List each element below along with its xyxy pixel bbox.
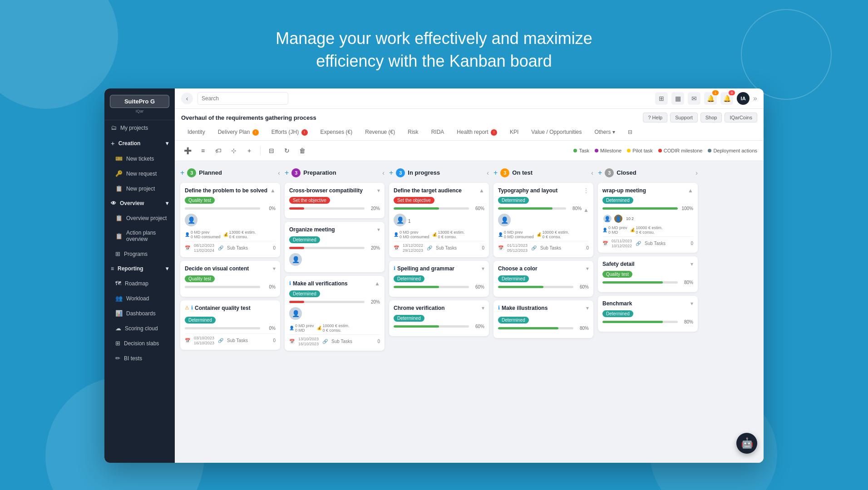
card-visual-chevron[interactable]: ▾ bbox=[273, 265, 276, 272]
sidebar-item-roadmap[interactable]: 🗺 Roadmap bbox=[109, 276, 175, 291]
tab-value[interactable]: Value / Opportunities bbox=[525, 125, 588, 140]
col-planned-nav[interactable]: ‹ bbox=[278, 169, 280, 176]
card-typography-chevron[interactable]: ▲ bbox=[583, 207, 589, 213]
sidebar-item-myprojects[interactable]: 🗂 My projects bbox=[104, 120, 175, 135]
milestone-dot bbox=[595, 149, 598, 152]
sidebar-item-workload[interactable]: 👥 Workload bbox=[109, 291, 175, 306]
search-input[interactable] bbox=[197, 92, 288, 105]
card-target-chevron[interactable]: ▲ bbox=[479, 187, 484, 194]
card-illus-chevron[interactable]: ▾ bbox=[586, 305, 589, 311]
card-wrapup-chevron[interactable]: ▲ bbox=[688, 187, 693, 194]
card-safety-chevron[interactable]: ▾ bbox=[690, 261, 693, 267]
sidebar-label-myprojects: My projects bbox=[120, 125, 148, 131]
scoring-icon: ☁ bbox=[115, 325, 121, 332]
card-benchmark-tag: Determined bbox=[602, 310, 633, 317]
card-chrome-fill bbox=[394, 325, 439, 328]
card-cross-chevron[interactable]: ▾ bbox=[377, 187, 380, 194]
col-prep-add[interactable]: + bbox=[285, 169, 289, 177]
mail-btn[interactable]: ✉ bbox=[688, 92, 700, 105]
delete-btn[interactable]: 🗑 bbox=[296, 144, 309, 157]
col-test-add[interactable]: + bbox=[493, 169, 498, 177]
sidebar-item-newtickets[interactable]: 🎫 New tickets bbox=[109, 151, 175, 166]
card-organize-chevron[interactable]: ▾ bbox=[377, 226, 380, 233]
card-benchmark-pct: 80% bbox=[681, 319, 693, 324]
tab-revenue[interactable]: Revenue (€) bbox=[359, 125, 401, 140]
col-planned-add[interactable]: + bbox=[180, 169, 184, 177]
col-closed-add[interactable]: + bbox=[598, 169, 602, 177]
card-verif-progress-row: 20% bbox=[289, 299, 380, 304]
sidebar-label-roadmap: Roadmap bbox=[125, 280, 148, 287]
card-typography-title: Typography and layout bbox=[498, 187, 557, 195]
tab-efforts[interactable]: Efforts (JH) ! bbox=[265, 125, 314, 140]
sidebar-item-scoring[interactable]: ☁ Scoring cloud bbox=[109, 321, 175, 336]
tab-risk[interactable]: Risk bbox=[401, 125, 424, 140]
sidebar-item-bi[interactable]: ✏ BI tests bbox=[109, 351, 175, 366]
card-typography-progress bbox=[498, 207, 566, 210]
add-row-btn[interactable]: ➕ bbox=[181, 144, 194, 157]
wrapup-md-prev: 0 MD prev bbox=[608, 225, 627, 230]
notification-btn[interactable]: 🔔 1 bbox=[704, 92, 717, 105]
sidebar-item-programs[interactable]: ⊞ Programs bbox=[109, 246, 175, 261]
card-benchmark-fill bbox=[602, 321, 663, 323]
card-wrapup-fill bbox=[602, 207, 678, 210]
back-button[interactable]: ‹ bbox=[181, 93, 193, 104]
shop-button[interactable]: Shop bbox=[700, 113, 722, 122]
coins-button[interactable]: IQarCoins bbox=[725, 113, 757, 122]
help-button[interactable]: ? Help bbox=[643, 113, 667, 122]
list-view-btn[interactable]: ▦ bbox=[671, 92, 684, 105]
sidebar-item-newrequest[interactable]: 🔑 New request bbox=[109, 166, 175, 181]
card-target-progress-row: 60% bbox=[394, 206, 484, 211]
refresh-btn[interactable]: ↻ bbox=[281, 144, 293, 157]
sidebar-section-creation[interactable]: + Creation ▾ bbox=[104, 135, 175, 151]
col-closed-nav[interactable]: › bbox=[695, 169, 698, 176]
calendar4-icon: 📅 bbox=[394, 245, 399, 250]
collapse-btn[interactable]: » bbox=[753, 94, 757, 103]
tag-btn[interactable]: 🏷 bbox=[212, 144, 225, 157]
col-test-nav[interactable]: ‹ bbox=[591, 169, 593, 176]
col-progress-nav[interactable]: ‹ bbox=[487, 169, 489, 176]
card-color-chevron[interactable]: ▾ bbox=[586, 265, 589, 272]
tab-kpi[interactable]: KPI bbox=[503, 125, 525, 140]
plus-btn[interactable]: + bbox=[243, 144, 256, 157]
kanban-board: + 3 Planned ‹ Define the problem to be s… bbox=[175, 161, 764, 463]
col-prep-title: Preparation bbox=[303, 169, 380, 176]
sidebar-item-newproject[interactable]: 📋 New project bbox=[109, 181, 175, 196]
sidebar-item-decision[interactable]: ⊞ Decision slabs bbox=[109, 336, 175, 351]
myprojects-icon: 🗂 bbox=[111, 124, 117, 131]
tab-rida[interactable]: RIDA bbox=[425, 125, 451, 140]
grid-view-btn[interactable]: ⊞ bbox=[655, 92, 668, 105]
tab-expenses[interactable]: Expenses (€) bbox=[314, 125, 359, 140]
col-progress-add[interactable]: + bbox=[389, 169, 393, 177]
health-badge: ! bbox=[491, 129, 497, 136]
tab-health[interactable]: Health report ! bbox=[450, 125, 503, 140]
filter-btn[interactable]: ⊟ bbox=[265, 144, 278, 157]
sidebar-item-overview-project[interactable]: 📋 Overview project bbox=[109, 211, 175, 225]
tab-delivery[interactable]: Delivery Plan ! bbox=[212, 125, 265, 140]
sidebar-section-overview[interactable]: 👁 Overview ▾ bbox=[104, 196, 175, 211]
creation-icon: + bbox=[111, 139, 115, 147]
verif-budget-icon: 💰 bbox=[317, 326, 322, 330]
user-avatar[interactable]: IA bbox=[737, 92, 750, 105]
card-dates: 08/12/2023 11/02/2024 bbox=[194, 243, 214, 253]
chatbot-button[interactable]: 🤖 bbox=[736, 433, 757, 454]
support-button[interactable]: Support bbox=[670, 113, 698, 122]
card-verif-chevron[interactable]: ▲ bbox=[375, 280, 380, 287]
sidebar-item-dashboards[interactable]: 📊 Dashboards bbox=[109, 306, 175, 321]
card-typography-more[interactable]: ⋮ bbox=[583, 187, 589, 194]
sidebar-section-reporting[interactable]: ≡ Reporting ▾ bbox=[104, 261, 175, 276]
card-illus-pct: 80% bbox=[576, 326, 589, 331]
card-define-problem-chevron[interactable]: ▲ bbox=[270, 187, 276, 194]
tab-others[interactable]: Others ▾ bbox=[588, 125, 621, 140]
tab-settings[interactable]: ⊟ bbox=[621, 125, 639, 140]
card-spelling-chevron[interactable]: ▾ bbox=[482, 265, 484, 272]
list-btn[interactable]: ≡ bbox=[197, 144, 209, 157]
card-benchmark-chevron[interactable]: ▾ bbox=[690, 300, 693, 307]
overview-icon: 👁 bbox=[111, 200, 116, 206]
card-chrome-chevron[interactable]: ▾ bbox=[482, 305, 484, 311]
hierarchy-btn[interactable]: ⊹ bbox=[227, 144, 240, 157]
bell-btn[interactable]: 🔔 8 bbox=[720, 92, 733, 105]
col-prep-nav[interactable]: ‹ bbox=[382, 169, 385, 176]
sidebar-item-actionplans[interactable]: 📋 Action plans overview bbox=[109, 225, 175, 246]
tab-identity[interactable]: Identity bbox=[181, 125, 212, 140]
card-cross-pct: 20% bbox=[367, 206, 380, 211]
